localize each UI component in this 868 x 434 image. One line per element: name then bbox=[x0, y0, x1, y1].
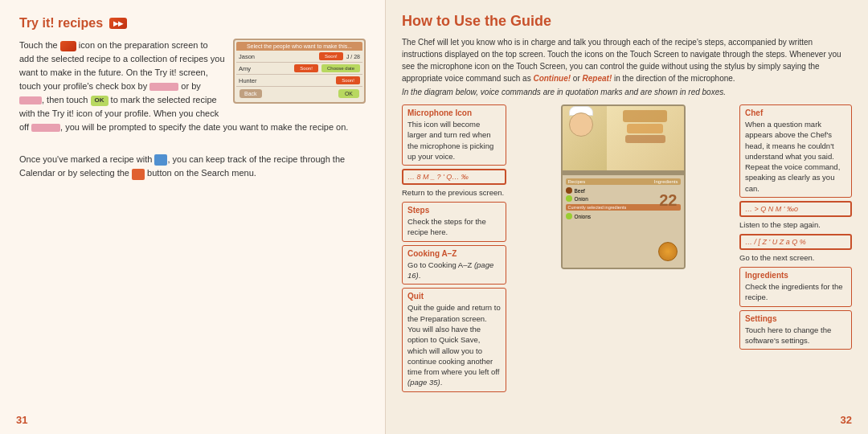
try-it-title: Try it! recipes ▶▶ bbox=[19, 16, 366, 31]
pink-bar-icon-3 bbox=[31, 124, 60, 132]
onion-image bbox=[658, 242, 678, 261]
chef-title: Chef bbox=[745, 108, 846, 117]
screen-footer: Back OK bbox=[236, 87, 362, 100]
table-row: Jason Soon! J / 28 bbox=[236, 51, 362, 63]
back-button[interactable]: Back bbox=[240, 89, 262, 98]
person-name: Hunter bbox=[239, 77, 333, 84]
play-icon: ▶▶ bbox=[109, 18, 127, 29]
ds-top-screen: Recipes Ingredients Beef Onion 22 Curren… bbox=[561, 104, 686, 269]
recipes-label: Recipes bbox=[568, 179, 586, 184]
ds-bottom-display: Recipes Ingredients Beef Onion 22 Curren… bbox=[563, 175, 684, 268]
number-22: 22 bbox=[659, 191, 677, 210]
steps-desc: Check the steps for the recipe here. bbox=[407, 217, 486, 236]
beef-label: Beef bbox=[575, 188, 585, 194]
right-labels-column: Chef When a question mark appears above … bbox=[739, 104, 852, 370]
number: Choose date bbox=[321, 64, 360, 72]
cooking-az-desc: Go to Cooking A–Z (page 16). bbox=[407, 260, 493, 280]
settings-title: Settings bbox=[745, 314, 846, 323]
ingredients-desc: Check the ingredients for the recipe. bbox=[745, 282, 842, 301]
number: J / 28 bbox=[346, 54, 360, 59]
intro-text: The Chef will let you know who is in cha… bbox=[402, 36, 852, 84]
onion2-dot bbox=[566, 213, 572, 219]
settings-desc: Touch here to change the software's sett… bbox=[745, 326, 831, 345]
voice-cmd-back: … 8 M _ ? ' Q… ‰ bbox=[402, 169, 506, 185]
chef-area bbox=[563, 106, 607, 170]
repeat-word: Repeat! bbox=[583, 74, 612, 83]
italic-note: In the diagram below, voice commands are… bbox=[402, 88, 852, 96]
ds-top-display bbox=[563, 106, 684, 170]
try-it-recipes-heading: Try it! recipes bbox=[19, 16, 103, 31]
table-row: Hunter Soon! bbox=[236, 75, 362, 87]
onion2-label: Onions bbox=[575, 214, 592, 219]
beef-dot bbox=[566, 187, 572, 194]
voice-cmd-next: … / [ Z ' U Z a Q % bbox=[739, 234, 852, 250]
settings-label: Settings Touch here to change the softwa… bbox=[739, 310, 852, 350]
quit-title: Quit bbox=[407, 292, 501, 301]
left-panel: Try it! recipes ▶▶ Select the people who… bbox=[0, 0, 386, 434]
microphone-icon-desc: This icon will become larger and turn re… bbox=[407, 120, 493, 161]
food-block-1 bbox=[623, 110, 667, 122]
table-row: Amy Soon! Choose date bbox=[236, 63, 362, 75]
ok-btn-inline: OK bbox=[91, 96, 108, 106]
screen-mockup: Select the people who want to make this.… bbox=[233, 39, 366, 104]
onion-label: Onion bbox=[575, 196, 588, 202]
paragraph-2: Once you've marked a recipe with , you c… bbox=[19, 153, 366, 180]
chef-label: Chef When a question mark appears above … bbox=[739, 104, 852, 198]
status-badge: Soon! bbox=[336, 76, 360, 84]
food-block-2 bbox=[627, 124, 663, 133]
steps-label: Steps Check the steps for the recipe her… bbox=[402, 202, 506, 242]
pink-bar-icon-2 bbox=[19, 96, 42, 104]
page-number-left: 31 bbox=[16, 414, 27, 426]
center-diagram-image: Recipes Ingredients Beef Onion 22 Curren… bbox=[511, 104, 735, 370]
microphone-icon-title: Microphone Icon bbox=[407, 108, 501, 117]
person-name: Amy bbox=[239, 65, 291, 72]
person-name: Jason bbox=[239, 53, 316, 60]
ingredient-header: Recipes Ingredients bbox=[566, 178, 681, 185]
food-display bbox=[607, 106, 684, 170]
ingredients-label: Ingredients bbox=[654, 179, 678, 184]
status-badge: Soon! bbox=[319, 52, 343, 60]
calendar-icon-inline bbox=[154, 154, 167, 166]
onion-dot bbox=[566, 195, 572, 202]
diagram-area: Microphone Icon This icon will become la… bbox=[402, 104, 852, 370]
chef-face bbox=[569, 113, 593, 137]
quit-label: Quit Quit the guide and return to the Pr… bbox=[402, 288, 506, 391]
guide-title: How to Use the Guide bbox=[402, 13, 852, 30]
right-panel: How to Use the Guide The Chef will let y… bbox=[386, 0, 868, 434]
chef-desc: When a question mark appears above the C… bbox=[745, 120, 840, 193]
listen-again-desc: Listen to the step again. bbox=[739, 220, 852, 229]
cooking-az-title: Cooking A–Z bbox=[407, 249, 501, 258]
page-number-right: 32 bbox=[841, 414, 852, 426]
play-icon-inline bbox=[60, 41, 76, 51]
voice-cmd-chef: … > Q N M ' ‰o bbox=[739, 201, 852, 217]
screen-header-text: Select the people who want to make this.… bbox=[247, 43, 352, 49]
search-icon-inline bbox=[132, 169, 145, 180]
screen-header: Select the people who want to make this.… bbox=[236, 42, 362, 51]
back-desc: Return to the previous screen. bbox=[402, 188, 506, 197]
next-screen-desc: Go to the next screen. bbox=[739, 253, 852, 262]
quit-desc: Quit the guide and return to the Prepara… bbox=[407, 303, 501, 387]
cooking-az-label: Cooking A–Z Go to Cooking A–Z (page 16). bbox=[402, 245, 506, 285]
continue-word: Continue! bbox=[533, 74, 571, 83]
ingredients-label-box: Ingredients Check the ingredients for th… bbox=[739, 267, 852, 307]
microphone-icon-label: Microphone Icon This icon will become la… bbox=[402, 104, 506, 166]
pink-bar-icon bbox=[149, 83, 178, 91]
status-badge: Soon! bbox=[294, 64, 318, 72]
ingredient-row-onion2: Onions bbox=[566, 212, 681, 220]
play-button-icon: ▶▶ bbox=[109, 18, 127, 29]
left-labels-column: Microphone Icon This icon will become la… bbox=[402, 104, 506, 370]
ingredients-title: Ingredients bbox=[745, 271, 846, 280]
food-block-3 bbox=[625, 135, 665, 143]
ok-button[interactable]: OK bbox=[338, 89, 359, 98]
steps-title: Steps bbox=[407, 206, 501, 215]
